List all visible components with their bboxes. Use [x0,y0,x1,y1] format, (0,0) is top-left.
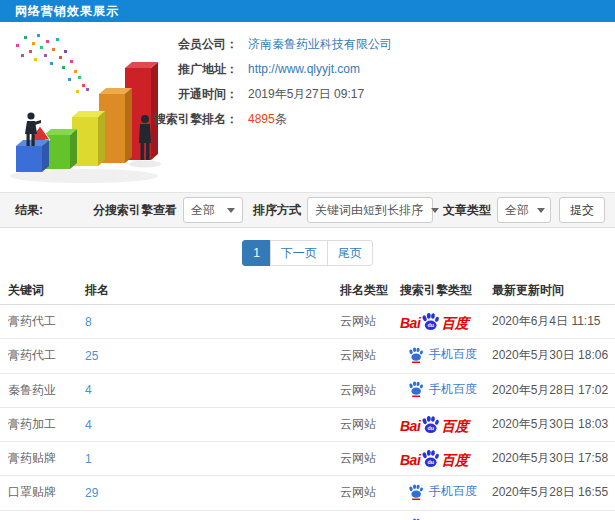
baidu-mobile-paw-icon [408,484,424,500]
confetti-dots [16,34,89,93]
page: 网络营销效果展示 [0,0,615,520]
baidu-paw-icon: du [421,312,440,331]
account-info: 会员公司： 济南秦鲁药业科技有限公司 推广地址： http://www.qlyy… [150,38,392,138]
baidu-logo-text-cn: 百度 [441,453,468,467]
account-header: 会员公司： 济南秦鲁药业科技有限公司 推广地址： http://www.qlyy… [0,22,615,192]
cell-rank[interactable]: 4 [85,383,92,397]
opened-label: 开通时间： [150,86,238,103]
header-keyword: 关键词 [0,276,85,305]
baidu-mobile-paw-icon [408,347,424,363]
header-engine-type: 搜索引擎类型 [400,276,492,305]
chevron-down-icon [537,208,545,213]
cell-keyword: 秦鲁药业 [0,373,85,408]
header-rank: 排名 [85,276,340,305]
engine-filter-selected: 全部 [191,202,215,219]
cell-updated: 2020年6月4日 11:15 [492,305,615,339]
cell-updated: 2020年5月30日 18:06 [492,339,615,374]
baidu-mobile-logo: 手机百度 [408,483,477,500]
cell-rank[interactable]: 25 [85,349,98,363]
baidu-logo-text-bai: Bai [400,453,420,467]
cell-rank-type: 云网站 [340,510,400,520]
article-type-select[interactable]: 全部 [497,197,551,223]
info-row-rank: 搜索引擎排名： 4895条 [150,113,392,125]
cell-updated: 2020年6月20日 09:25 [492,510,615,520]
cell-rank-type: 云网站 [340,305,400,339]
titlebar: 网络营销效果展示 [0,0,615,22]
header-updated: 最新更新时间 [492,276,615,305]
cell-keyword: 膏药代工 [0,305,85,339]
submit-button[interactable]: 提交 [559,197,605,223]
info-row-opened: 开通时间： 2019年5月27日 09:17 [150,88,392,100]
engine-filter-select[interactable]: 全部 [183,197,243,223]
cell-engine: 手机百度 [400,373,492,408]
svg-text:du: du [428,425,435,431]
sort-select[interactable]: 关键词由短到长排序 [307,197,433,223]
baidu-logo-text-cn: 百度 [441,419,468,433]
baidu-mobile-logo: 手机百度 [408,346,477,363]
baidu-paw-icon: du [421,415,440,434]
baidu-logo-text-bai: Bai [400,316,420,330]
cell-engine: Bai du 百度 [400,305,492,339]
cell-rank-type: 云网站 [340,339,400,374]
results-label: 结果: [15,202,43,219]
baidu-paw-icon: du [421,449,440,468]
opened-value: 2019年5月27日 09:17 [248,86,364,103]
table-body: 膏药代工 8 云网站 Bai du 百度 2020年6月4日 11:15 膏药代… [0,305,615,520]
pagination: 1 下一页 尾页 [242,240,373,266]
baidu-pc-logo: Bai du 百度 [400,449,468,467]
chevron-down-icon [227,208,235,213]
last-page-button[interactable]: 尾页 [327,240,373,266]
cell-rank[interactable]: 4 [85,418,92,432]
article-type-label: 文章类型 [443,202,491,219]
table-row: 膏药代工 25 云网站 手机百度 2020年5月30日 18:06 [0,339,615,374]
table-row: 膏药贴牌 1 云网站 Bai du 百度 2020年5月30日 17:58 [0,442,615,476]
promotion-url-link[interactable]: http://www.qlyyjt.com [248,62,360,76]
cell-rank-type: 云网站 [340,408,400,442]
cell-engine: Bai du 百度 [400,408,492,442]
growth-chart-illustration [4,26,172,188]
baidu-mobile-label: 手机百度 [429,381,477,398]
baidu-pc-logo: Bai du 百度 [400,312,468,330]
baidu-mobile-label: 手机百度 [429,346,477,363]
svg-text:du: du [428,459,435,465]
table-row: 金华防护服 17,25 云网站 手机百度 2020年6月20日 09:25 [0,510,615,520]
baidu-pc-logo: Bai du 百度 [400,415,468,433]
results-table: 关键词 排名 排名类型 搜索引擎类型 最新更新时间 膏药代工 8 云网站 Bai… [0,276,615,520]
baidu-logo-text-cn: 百度 [441,316,468,330]
cell-rank[interactable]: 8 [85,315,92,329]
table-row: 膏药代工 8 云网站 Bai du 百度 2020年6月4日 11:15 [0,305,615,339]
company-name-link[interactable]: 济南秦鲁药业科技有限公司 [248,36,392,53]
cell-keyword: 膏药贴牌 [0,442,85,476]
rank-unit: 条 [275,112,287,126]
info-row-url: 推广地址： http://www.qlyyjt.com [150,63,392,75]
cell-rank[interactable]: 1 [85,452,92,466]
company-label: 会员公司： [150,36,238,53]
sort-label: 排序方式 [253,202,301,219]
cell-engine: 手机百度 [400,339,492,374]
page-button-1[interactable]: 1 [242,240,271,266]
baidu-mobile-logo: 手机百度 [408,381,477,398]
baidu-logo-text-bai: Bai [400,419,420,433]
cell-rank-type: 云网站 [340,442,400,476]
chevron-down-icon [431,208,439,213]
article-type-selected: 全部 [505,202,529,219]
cell-keyword: 膏药代工 [0,339,85,374]
table-header-row: 关键词 排名 排名类型 搜索引擎类型 最新更新时间 [0,276,615,305]
rank-label: 搜索引擎排名： [150,111,238,128]
page-title: 网络营销效果展示 [15,3,119,20]
table-row: 秦鲁药业 4 云网站 手机百度 2020年5月28日 17:02 [0,373,615,408]
table-row: 膏药加工 4 云网站 Bai du 百度 2020年5月30日 18:03 [0,408,615,442]
baidu-mobile-paw-icon [408,381,424,397]
cell-engine: Bai du 百度 [400,442,492,476]
cell-updated: 2020年5月28日 16:55 [492,476,615,511]
baidu-mobile-label: 手机百度 [429,483,477,500]
cell-updated: 2020年5月28日 17:02 [492,373,615,408]
info-row-company: 会员公司： 济南秦鲁药业科技有限公司 [150,38,392,50]
engine-filter-label: 分搜索引擎查看 [93,202,177,219]
next-page-button[interactable]: 下一页 [270,240,328,266]
cell-rank[interactable]: 29 [85,486,98,500]
cell-updated: 2020年5月30日 18:03 [492,408,615,442]
table-row: 口罩贴牌 29 云网站 手机百度 2020年5月28日 16:55 [0,476,615,511]
pagination-section: 1 下一页 尾页 [0,228,615,276]
cell-keyword: 金华防护服 [0,510,85,520]
